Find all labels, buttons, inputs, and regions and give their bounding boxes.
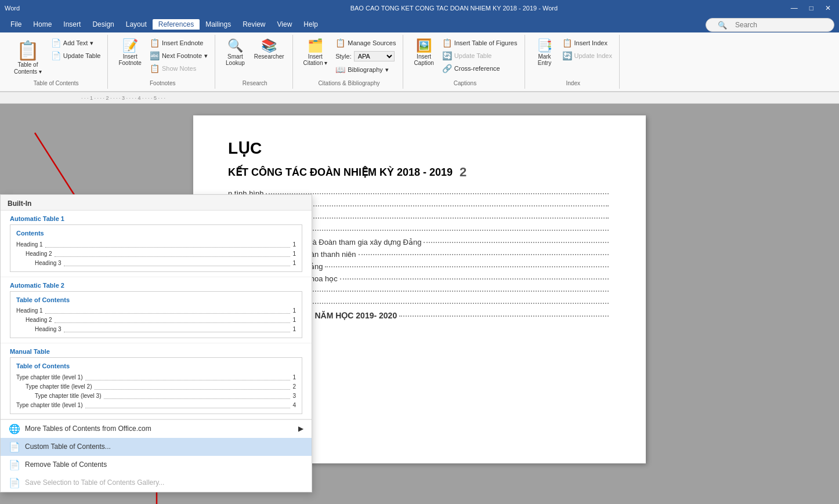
manage-sources-button[interactable]: 📋 Manage Sources (333, 37, 398, 49)
insert-table-figures-button[interactable]: 📋 Insert Table of Figures (440, 37, 520, 49)
maximize-button[interactable]: □ (806, 4, 817, 12)
style-select[interactable]: APA MLA Chicago (354, 51, 395, 61)
cross-reference-button[interactable]: 🔗 Cross-reference (440, 63, 520, 74)
bibliography-label: Bibliography (348, 66, 383, 73)
doc-title: BAO CAO TONG KET CONG TAC DOAN NHIEM KY … (121, 5, 787, 12)
show-notes-button[interactable]: 📋 Show Notes (147, 63, 210, 74)
cross-ref-label: Cross-reference (454, 65, 500, 72)
insert-index-label: Insert Index (574, 39, 607, 46)
menu-view[interactable]: View (272, 19, 298, 30)
add-text-button[interactable]: 📄 Add Text ▾ (49, 37, 103, 49)
entry-1-dots (266, 193, 609, 194)
bibliography-icon: 📖 (335, 65, 345, 74)
window-controls: — □ ✕ (787, 4, 834, 12)
tof-icon: 📋 (442, 38, 452, 48)
automatic-table-2-option[interactable]: Automatic Table 2 Table of Contents Head… (1, 277, 312, 344)
manual-table-option[interactable]: Manual Table Table of Contents Type chap… (1, 343, 312, 419)
menu-help[interactable]: Help (298, 19, 324, 30)
update-table-button[interactable]: 📄 Update Table (49, 50, 103, 61)
captions-group-label: Captions (454, 80, 476, 86)
mark-entry-icon: 📑 (537, 39, 552, 52)
insert-footnote-button[interactable]: 📝 InsertFootnote (115, 37, 144, 68)
smart-lookup-button[interactable]: 🔍 SmartLookup (222, 37, 248, 68)
more-toc-icon: 🌐 (9, 423, 20, 434)
doc-subtitle-page: 2 (460, 165, 466, 180)
footnotes-group: 📝 InsertFootnote 📋 Insert Endnote 🔤 Next… (110, 35, 215, 89)
style-selector: Style: APA MLA Chicago (333, 50, 398, 63)
menu-design[interactable]: Design (86, 19, 120, 30)
toc-label: Table ofContents ▾ (14, 61, 42, 75)
manual-line-4: Type chapter title (level 1)4 (16, 401, 296, 410)
custom-toc-button[interactable]: 📄 Custom Table of Contents... (1, 438, 312, 456)
researcher-label: Researcher (254, 53, 284, 60)
bibliography-button[interactable]: 📖 Bibliography ▾ (333, 64, 398, 75)
entry-5-dots (424, 242, 609, 243)
search-box[interactable]: 🔍 (706, 18, 834, 32)
mark-entry-button[interactable]: 📑 MarkEntry (532, 37, 558, 68)
more-toc-label: More Tables of Contents from Office.com (25, 425, 151, 433)
insert-endnote-button[interactable]: 📋 Insert Endnote (147, 37, 210, 49)
insert-caption-button[interactable]: 🖼️ InsertCaption (410, 37, 437, 68)
menu-insert[interactable]: Insert (57, 19, 86, 30)
citations-inner: 🗂️ InsertCitation ▾ 📋 Manage Sources Sty… (300, 37, 399, 78)
utc-icon: 🔄 (442, 51, 452, 60)
search-input[interactable] (735, 21, 828, 29)
more-toc-button[interactable]: 🌐 More Tables of Contents from Office.co… (1, 420, 312, 438)
index-inner: 📑 MarkEntry 📋 Insert Index 🔄 Update Inde… (532, 37, 614, 78)
citations-group: 🗂️ InsertCitation ▾ 📋 Manage Sources Sty… (295, 35, 404, 89)
remove-toc-button[interactable]: 📄 Remove Table of Contents (1, 456, 312, 474)
insert-citation-label: InsertCitation ▾ (303, 53, 328, 66)
save-toc-label: Save Selection to Table of Contents Gall… (25, 478, 164, 487)
auto-table-2-heading: Table of Contents (16, 295, 296, 306)
toc-dropdown-menu: Built-In Automatic Table 1 Contents Head… (0, 194, 312, 492)
fn-col: 📋 Insert Endnote 🔤 Next Footnote ▾ 📋 Sho… (147, 37, 210, 74)
next-fn-label: Next Footnote (162, 52, 202, 59)
save-toc-button[interactable]: 📄 Save Selection to Table of Contents Ga… (1, 474, 312, 492)
minimize-button[interactable]: — (787, 4, 801, 12)
menu-home[interactable]: Home (27, 19, 57, 30)
toc-group-label: Table of Contents (34, 80, 79, 86)
manage-sources-label: Manage Sources (348, 39, 396, 46)
entry-9-dots (290, 291, 609, 292)
builtin-section-header: Built-In (1, 195, 312, 211)
utc-label: Update Table (454, 52, 492, 59)
insert-caption-label: InsertCaption (414, 53, 433, 66)
remove-toc-label: Remove Table of Contents (25, 461, 107, 469)
menu-review[interactable]: Review (237, 19, 271, 30)
research-group: 🔍 SmartLookup 📚 Researcher Research (218, 35, 293, 89)
research-group-label: Research (243, 80, 267, 86)
toc2-preview-line-3: Heading 31 (16, 325, 296, 334)
update-index-label: Update Index (574, 52, 612, 59)
menu-references[interactable]: References (153, 19, 200, 30)
index-group: 📑 MarkEntry 📋 Insert Index 🔄 Update Inde… (527, 35, 620, 89)
update-table-captions-button[interactable]: 🔄 Update Table (440, 50, 520, 61)
add-text-label: Add Text (63, 39, 88, 46)
update-index-button[interactable]: 🔄 Update Index (560, 50, 614, 61)
manual-table-preview: Table of Contents Type chapter title (le… (10, 357, 302, 414)
tof-label: Insert Table of Figures (454, 39, 518, 46)
menu-file[interactable]: File (5, 19, 27, 30)
custom-toc-label: Custom Table of Contents... (25, 443, 111, 451)
table-of-contents-button[interactable]: 📋 Table ofContents ▾ (9, 37, 46, 78)
toc-preview-line-3: Heading 31 (16, 259, 296, 268)
table-of-contents-group: 📋 Table ofContents ▾ 📄 Add Text ▾ 📄 Upda… (5, 35, 108, 89)
menu-bar: File Home Insert Design Layout Reference… (0, 16, 839, 32)
captions-inner: 🖼️ InsertCaption 📋 Insert Table of Figur… (410, 37, 519, 78)
automatic-table-1-option[interactable]: Automatic Table 1 Contents Heading 11 He… (1, 211, 312, 277)
app-name: Word (5, 5, 121, 12)
menu-layout[interactable]: Layout (120, 19, 153, 30)
toc-group-inner: 📋 Table ofContents ▾ 📄 Add Text ▾ 📄 Upda… (9, 37, 103, 78)
insert-index-button[interactable]: 📋 Insert Index (560, 37, 614, 49)
fn-group-label: Footnotes (150, 80, 175, 86)
entry-10-dots (272, 303, 609, 304)
next-footnote-button[interactable]: 🔤 Next Footnote ▾ (147, 50, 210, 61)
mark-entry-label: MarkEntry (538, 53, 551, 66)
insert-citation-button[interactable]: 🗂️ InsertCitation ▾ (300, 37, 331, 68)
researcher-button[interactable]: 📚 Researcher (251, 37, 288, 62)
menu-mailings[interactable]: Mailings (200, 19, 237, 30)
close-button[interactable]: ✕ (822, 4, 834, 12)
manage-sources-icon: 📋 (335, 38, 345, 48)
auto-table-2-title: Automatic Table 2 (10, 282, 302, 289)
entry-4-dots (284, 230, 609, 231)
custom-toc-icon: 📄 (9, 441, 20, 452)
